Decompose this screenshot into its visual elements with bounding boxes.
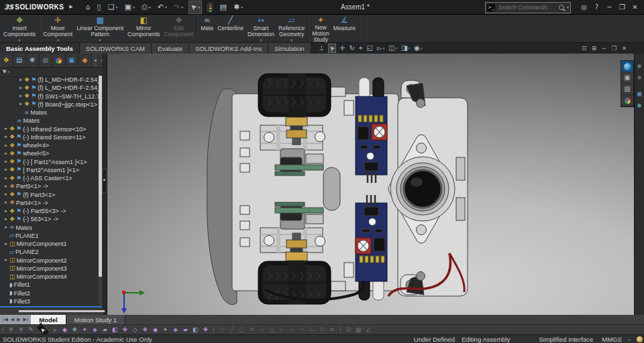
scrollbar-thumb[interactable] [19,310,105,312]
sketch-tool-13[interactable]: ⊟ [343,327,354,333]
quick-tool-10[interactable]: ◆ [150,327,160,333]
expand-icon[interactable]: ▸ [3,167,9,172]
tree-item-label[interactable]: Part5<1> -> [16,183,48,190]
restore-icon[interactable]: ❐ [616,4,629,11]
select-icon[interactable]: ➤▾ [189,1,202,14]
expand-icon[interactable]: ▸ [3,209,9,214]
cascade-window-icon[interactable]: ⊞ [589,46,599,52]
tree-item[interactable]: ▸❖⚑(-) ASS Caster<1> [0,174,103,182]
select-tool-icon[interactable]: ➤ [328,44,336,53]
tab-nav-0[interactable]: |◀ [3,318,8,322]
tree-item-label[interactable]: Mates [23,117,40,124]
expand-icon[interactable]: ▸ [3,242,9,247]
tree-item[interactable]: ∞Mates [0,109,103,117]
tree-item-label[interactable]: Part4<1> -> [16,200,48,206]
tree-item-label[interactable]: (f) SW1~SW-TH_L12.7-W6. [38,93,103,100]
tree-item-label[interactable]: MirrorComponent4 [17,273,67,280]
sketch-tool-2[interactable]: ╱ [227,327,237,333]
tree-item-label[interactable]: (-) 563<1> -> [23,216,58,222]
sketch-tool-6[interactable]: △ [267,327,277,333]
minimize-document-icon[interactable]: ─ [599,46,609,52]
tree-item[interactable]: ▸❖⚑(-) Infrared Sensor<10> [0,125,103,133]
tree-item-label[interactable]: (f) Part3<1> [23,192,55,198]
expand-icon[interactable]: ▸ [17,78,24,82]
tree-item-label[interactable]: (-) [ Part1^Assem1 ]<1> [23,159,87,165]
tree-item-label[interactable]: (-) Infrared Sensor<10> [23,126,86,133]
expand-icon[interactable]: ▸ [3,258,9,263]
tree-item-label[interactable]: PLANE2 [15,249,39,255]
expand-icon[interactable]: ▸ [3,143,9,148]
undo-icon[interactable]: ↶▾ [156,1,168,13]
previous-view-icon-dropdown[interactable]: ▾ [383,47,385,50]
section-view-icon-dropdown[interactable]: ▾ [396,47,398,50]
sketch-tool-7[interactable]: ▹ [277,327,287,333]
filter-dropdown-icon[interactable]: ▾ [7,70,9,74]
quick-tool-7[interactable]: ✚ [120,327,130,333]
property-tab-icon[interactable]: ▤ [218,1,227,13]
tab-solidworks-cam[interactable]: SOLIDWORKS CAM [80,43,152,54]
smart-dimension-button[interactable]: ↔Smart Dimension▾ [246,15,276,42]
quick-tool-13[interactable]: ▰ [180,327,191,333]
displaymanager-tab-icon[interactable] [52,54,66,67]
tree-item[interactable]: ▸❖⚑(f) L_MD~HDR-F-2.54_1X8 [0,84,103,92]
new-file-icon[interactable]: ▯ [96,1,103,13]
appearances-icon[interactable]: ▣ [637,90,643,97]
sketch-tool-15[interactable]: ∠ [364,327,374,333]
tree-item[interactable]: ▱PLANE1 [0,232,103,240]
tree-item[interactable]: ▸∞Mates [0,224,103,232]
search-icon[interactable] [559,5,564,10]
configurationmanager-tab-icon[interactable]: ✱ [26,54,40,67]
tree-item-label[interactable]: (f) L_MD~HDR-F-2.54_1X8 [38,76,103,83]
model-viewport[interactable] [107,54,634,315]
reference-geometry-button[interactable]: ▱Reference Geometry▾ [276,15,307,42]
user-account-icon[interactable]: ◎ [578,4,590,11]
quick-tool-14[interactable]: ◧ [191,327,201,333]
tree-item-label[interactable]: MirrorComponent1 [17,241,67,247]
tree-item[interactable]: ▸❖⚑wheel<4> [0,141,103,149]
quick-tool-4[interactable]: ◈ [90,327,100,333]
tab-nav-1[interactable]: ◀ [11,318,14,322]
tree-item[interactable]: ▸❖⚑(-) [ Part1^Assem1 ]<1> [0,158,103,166]
expand-icon[interactable]: ▸ [3,200,9,205]
tree-item[interactable]: ◗Fillet3 [0,297,103,305]
sketch-tool-8[interactable]: ◃ [287,327,297,333]
custom-properties-icon[interactable]: ◆ [637,102,642,109]
quick-tool-8[interactable]: ◇ [130,327,140,333]
expand-icon[interactable]: ▸ [3,217,9,222]
section-view-icon[interactable]: ◫▾ [388,44,398,53]
open-file-icon-dropdown[interactable]: ▾ [116,5,118,9]
previous-view-icon[interactable]: ▻▾ [376,44,385,53]
tree-item[interactable]: ▸◫MirrorComponent2 [0,257,103,265]
redo-icon-dropdown[interactable]: ▾ [181,5,183,9]
tab-nav-3[interactable]: ▶| [23,318,29,322]
quick-tool-3[interactable]: ✦ [80,327,90,333]
tree-item-label[interactable]: MirrorComponent3 [17,265,67,272]
tree-item[interactable]: ▸❖⚑(-) Infrared Sensor<11> [0,133,103,141]
tree-item[interactable]: ◗Fillet2 [0,289,103,297]
tree-item-label[interactable]: Fillet2 [14,290,30,297]
save-icon-dropdown[interactable]: ▾ [133,5,135,9]
tab-basic-assembly-tools[interactable]: Basic Assembly Tools [0,43,80,54]
tree-item-label[interactable]: PLANE1 [15,232,39,239]
sketch-tool-1[interactable]: ○ [217,327,227,333]
file-explorer-icon[interactable]: ❖ [637,74,642,81]
hide-show-items-icon-dropdown[interactable]: ▾ [421,47,423,50]
quick-tool-15[interactable]: ✚ [201,327,211,333]
sustainability-tab-icon[interactable]: ◆ [78,54,92,67]
expand-icon[interactable]: ▸ [3,184,9,189]
menu-flyout-icon[interactable]: ▶ [69,5,72,9]
linear-component-pattern-button[interactable]: ▦Linear Component Pattern▾ [74,15,125,42]
mate-button[interactable]: ∞Mate [199,15,215,42]
sketch-tool-5[interactable]: ▱ [257,327,267,333]
restore-document-icon[interactable]: ❐ [609,46,619,52]
quick-tool-2[interactable]: ❖ [70,327,80,333]
zoom-area-icon[interactable]: ◱ [366,44,374,53]
tree-item[interactable]: ▸❖⚑(-) Part55<3> -> [0,207,103,215]
propertymanager-tab-icon[interactable]: ▤ [13,54,27,67]
tree-item-label[interactable]: MirrorComponent2 [17,257,67,264]
expand-icon[interactable]: ▸ [3,127,9,131]
tab-motion-study-1[interactable]: Motion Study 1 [66,315,125,324]
zoom-fit-icon[interactable]: ⌖ [358,44,364,53]
tree-horizontal-scrollbar[interactable] [0,307,103,315]
expand-icon[interactable]: ▸ [3,192,9,197]
